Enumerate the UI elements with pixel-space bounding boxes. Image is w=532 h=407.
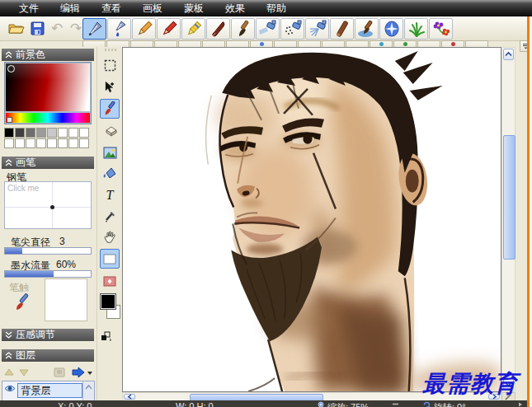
- layer-up-button[interactable]: [5, 369, 13, 375]
- toolbar2-button[interactable]: [202, 40, 225, 47]
- color-swatch[interactable]: [36, 128, 46, 138]
- saturation-value-square[interactable]: [6, 63, 90, 111]
- scroll-left-button[interactable]: [124, 394, 135, 400]
- page-edge-accent: [527, 16, 530, 407]
- fill-bucket-tool[interactable]: [100, 164, 120, 184]
- color-swatch[interactable]: [4, 138, 14, 148]
- color-swatch[interactable]: [58, 138, 68, 148]
- eraser-tool[interactable]: [100, 121, 120, 141]
- color-swatch[interactable]: [47, 138, 57, 148]
- menu-edit[interactable]: 编辑: [49, 0, 91, 17]
- brush-crayon-button[interactable]: [181, 18, 205, 40]
- foreground-color-swatch[interactable]: [101, 294, 115, 309]
- color-swatches[interactable]: [101, 294, 120, 324]
- layer-down-button[interactable]: [20, 370, 28, 376]
- brush-spray-lines-button[interactable]: [305, 18, 329, 40]
- ink-flow-slider[interactable]: [4, 270, 92, 278]
- brush-ink-pen-button[interactable]: [107, 18, 131, 40]
- color-swatch[interactable]: [47, 128, 57, 138]
- brush-grass-button[interactable]: [404, 18, 428, 40]
- color-swatch[interactable]: [79, 128, 89, 138]
- toolbar2-button[interactable]: [417, 40, 440, 47]
- toolbar2-button[interactable]: [274, 40, 297, 47]
- save-button[interactable]: [27, 18, 47, 38]
- toolbar2-button[interactable]: [393, 40, 417, 47]
- brush-airbrush-button[interactable]: [256, 18, 280, 40]
- image-tool[interactable]: [100, 143, 120, 162]
- zoom-out-icon[interactable]: [393, 403, 398, 405]
- brush-stick-button[interactable]: [330, 18, 354, 40]
- tip-diameter-slider[interactable]: [4, 247, 92, 255]
- toolbar2-button[interactable]: [346, 40, 369, 47]
- menu-canvas[interactable]: 画板: [132, 0, 173, 17]
- toolbar2-button[interactable]: [322, 40, 345, 47]
- panel-header-brush[interactable]: 画笔: [2, 157, 94, 169]
- move-tool[interactable]: [100, 77, 120, 97]
- panel-header-foreground-color[interactable]: 前景色: [2, 49, 94, 61]
- toolbar2-button[interactable]: [178, 40, 201, 47]
- text-tool[interactable]: T: [100, 185, 120, 205]
- brush-tool[interactable]: [100, 99, 120, 119]
- layer-merge-button[interactable]: [73, 367, 92, 377]
- brush-flowers-button[interactable]: [429, 18, 453, 40]
- toolbar2-button[interactable]: [250, 40, 273, 47]
- panel-header-layers[interactable]: 图层: [2, 349, 94, 362]
- brush-gem-button[interactable]: [379, 18, 403, 40]
- maroon-brush-icon: [210, 20, 228, 38]
- toolbar2-button[interactable]: [82, 40, 106, 47]
- undo-button[interactable]: ↶: [47, 18, 67, 38]
- scroll-up-button[interactable]: [503, 49, 514, 60]
- stroke-preview-box[interactable]: [45, 278, 87, 321]
- color-swatch[interactable]: [15, 138, 25, 148]
- vertical-scroll-thumb[interactable]: [503, 135, 516, 260]
- watermark-text: 最需教育: [422, 368, 518, 400]
- canvas-vertical-scrollbar[interactable]: [501, 47, 516, 391]
- color-swatch[interactable]: [36, 138, 46, 148]
- toolbar2-button[interactable]: [130, 40, 153, 47]
- menu-effects[interactable]: 效果: [214, 0, 256, 17]
- brush-paintbrush-button[interactable]: [231, 18, 255, 40]
- color-swatch[interactable]: [26, 138, 35, 148]
- mask-mode-button[interactable]: [100, 271, 120, 291]
- color-swatch[interactable]: [4, 128, 14, 138]
- drawing-canvas[interactable]: [123, 48, 501, 391]
- toolbar2-button[interactable]: [465, 40, 488, 47]
- brush-water-button[interactable]: [355, 18, 379, 40]
- brush-maroon-button[interactable]: [206, 18, 230, 40]
- menu-mask[interactable]: 蒙板: [173, 0, 214, 17]
- color-swatch[interactable]: [58, 128, 68, 138]
- zoom-readout[interactable]: 缩放: 75%: [327, 401, 369, 407]
- brush-curve-editor[interactable]: Click me: [4, 181, 92, 229]
- panel-header-pressure[interactable]: 压感调节: [2, 329, 94, 341]
- toolbar2-button[interactable]: [370, 40, 393, 47]
- swap-colors-button[interactable]: [101, 330, 111, 344]
- menu-file[interactable]: 文件: [8, 0, 49, 17]
- brush-pencil-button[interactable]: [132, 18, 156, 40]
- color-swatch[interactable]: [79, 138, 89, 148]
- marquee-select-tool[interactable]: [100, 55, 120, 75]
- brush-pen-button[interactable]: [82, 18, 106, 40]
- layer-row-background[interactable]: 背景层: [17, 383, 82, 398]
- brush-red-pencil-button[interactable]: [157, 18, 181, 40]
- menu-view[interactable]: 查看: [91, 0, 132, 17]
- color-swatch[interactable]: [68, 138, 78, 148]
- color-swatch[interactable]: [15, 128, 25, 138]
- layer-duplicate-button[interactable]: [54, 368, 64, 377]
- color-swatch[interactable]: [26, 128, 35, 138]
- rotation-readout[interactable]: 旋转: 0°: [434, 401, 466, 407]
- menu-help[interactable]: 帮助: [256, 0, 297, 17]
- toolbar2-button[interactable]: [106, 40, 129, 47]
- brush-spray-dots-button[interactable]: [280, 18, 304, 40]
- toolbar2-button[interactable]: [154, 40, 177, 47]
- toolbar2-button[interactable]: [298, 40, 321, 47]
- normal-mode-button[interactable]: [100, 249, 120, 269]
- open-button[interactable]: [7, 18, 26, 38]
- toolbar2-button[interactable]: [226, 40, 249, 47]
- hue-bar[interactable]: [6, 113, 90, 123]
- rotate-right-icon[interactable]: [518, 402, 523, 407]
- hand-tool[interactable]: [100, 227, 120, 247]
- toolbar2-button[interactable]: [441, 40, 464, 47]
- curve-point[interactable]: [50, 205, 54, 209]
- eyedropper-tool[interactable]: [100, 207, 120, 227]
- color-swatch[interactable]: [68, 128, 78, 138]
